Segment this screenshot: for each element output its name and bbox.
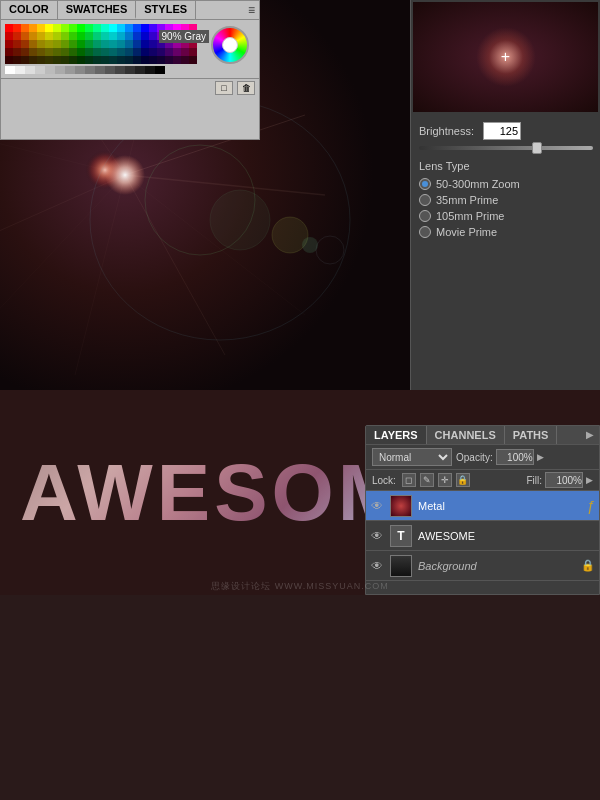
swatch[interactable] [165,48,173,56]
swatch[interactable] [37,56,45,64]
swatch[interactable] [37,24,45,32]
swatch[interactable] [37,32,45,40]
swatch[interactable] [141,24,149,32]
swatch[interactable] [125,56,133,64]
swatch[interactable] [117,32,125,40]
swatch[interactable] [21,56,29,64]
tab-channels[interactable]: CHANNELS [427,426,505,444]
swatch[interactable] [125,48,133,56]
swatch[interactable] [29,40,37,48]
swatch[interactable] [141,48,149,56]
swatch[interactable] [85,24,93,32]
swatch[interactable] [115,66,125,74]
swatch[interactable] [5,32,13,40]
swatch[interactable] [45,56,53,64]
layers-panel-menu-icon[interactable]: ▶ [581,426,599,444]
swatch[interactable] [13,48,21,56]
swatch[interactable] [149,48,157,56]
swatch[interactable] [45,24,53,32]
lock-transparent-btn[interactable]: ◻ [402,473,416,487]
color-tab-swatches[interactable]: SWATCHES [58,1,137,19]
swatch[interactable] [37,48,45,56]
layer-row-background[interactable]: 👁 Background 🔒 [366,551,599,581]
swatch[interactable] [61,24,69,32]
swatch[interactable] [109,48,117,56]
tab-layers[interactable]: LAYERS [366,426,427,444]
swatch[interactable] [53,24,61,32]
swatch[interactable] [45,66,55,74]
swatch[interactable] [75,66,85,74]
panel-new-btn[interactable]: □ [215,81,233,95]
opacity-input[interactable] [496,449,534,465]
color-tab-color[interactable]: COLOR [1,1,58,19]
layer-visibility-awesome[interactable]: 👁 [370,529,384,543]
swatch[interactable] [173,56,181,64]
swatch[interactable] [13,40,21,48]
swatch[interactable] [37,40,45,48]
swatch[interactable] [93,24,101,32]
panel-menu-icon[interactable]: ≡ [244,1,259,19]
swatch[interactable] [61,32,69,40]
blend-mode-select[interactable]: Normal [372,448,452,466]
swatch[interactable] [53,32,61,40]
layer-visibility-metal[interactable]: 👁 [370,499,384,513]
color-tab-styles[interactable]: STYLES [136,1,196,19]
swatch[interactable] [69,48,77,56]
swatch[interactable] [155,66,165,74]
swatch[interactable] [25,66,35,74]
swatch[interactable] [141,40,149,48]
swatch[interactable] [149,40,157,48]
swatch[interactable] [165,56,173,64]
swatch[interactable] [135,66,145,74]
swatch[interactable] [5,24,13,32]
swatch[interactable] [125,40,133,48]
swatch[interactable] [65,66,75,74]
swatch[interactable] [101,40,109,48]
swatch[interactable] [35,66,45,74]
swatch[interactable] [69,24,77,32]
swatch[interactable] [101,56,109,64]
swatch[interactable] [5,56,13,64]
swatch[interactable] [109,40,117,48]
lens-radio-zoom[interactable] [419,178,431,190]
layer-row-awesome[interactable]: 👁 T AWESOME [366,521,599,551]
swatch[interactable] [117,24,125,32]
swatch[interactable] [189,56,197,64]
swatch[interactable] [133,56,141,64]
swatch[interactable] [101,24,109,32]
swatch[interactable] [145,66,155,74]
swatch[interactable] [181,48,189,56]
lock-position-btn[interactable]: ✛ [438,473,452,487]
swatch[interactable] [29,48,37,56]
swatch[interactable] [29,24,37,32]
swatch[interactable] [29,32,37,40]
swatch[interactable] [77,32,85,40]
swatch[interactable] [15,66,25,74]
lens-radio-105mm[interactable] [419,210,431,222]
swatch[interactable] [109,32,117,40]
swatch[interactable] [13,32,21,40]
swatch[interactable] [53,48,61,56]
swatch[interactable] [53,56,61,64]
lens-option-movie[interactable]: Movie Prime [419,226,592,238]
swatch[interactable] [21,48,29,56]
swatch[interactable] [85,56,93,64]
swatch[interactable] [21,40,29,48]
swatch[interactable] [13,56,21,64]
panel-delete-btn[interactable]: 🗑 [237,81,255,95]
filter-preview-thumbnail[interactable]: + [413,2,598,112]
swatch[interactable] [85,66,95,74]
swatch[interactable] [117,48,125,56]
swatch[interactable] [61,56,69,64]
swatch[interactable] [101,48,109,56]
swatch[interactable] [93,32,101,40]
layer-visibility-background[interactable]: 👁 [370,559,384,573]
color-wheel[interactable] [211,26,251,66]
swatch[interactable] [85,40,93,48]
lens-radio-movie[interactable] [419,226,431,238]
swatch[interactable] [109,56,117,64]
swatch[interactable] [61,48,69,56]
tab-paths[interactable]: PATHS [505,426,558,444]
swatch[interactable] [149,32,157,40]
lens-option-zoom[interactable]: 50-300mm Zoom [419,178,592,190]
